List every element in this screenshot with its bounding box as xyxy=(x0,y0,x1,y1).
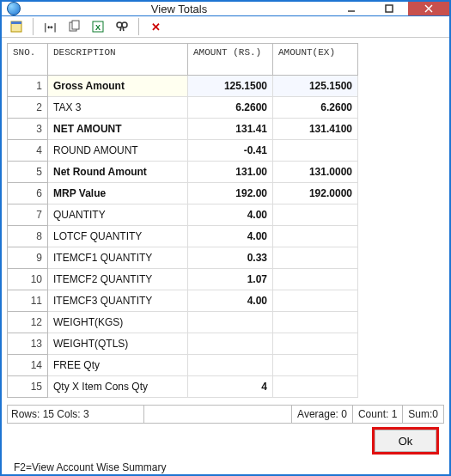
form-icon[interactable] xyxy=(5,16,27,37)
cell-amount-ex[interactable] xyxy=(273,376,358,398)
maximize-icon xyxy=(384,3,394,14)
cell-desc[interactable]: ITEMCF2 QUANTITY xyxy=(48,269,188,290)
footer: Rows: 15 Cols: 3 Average: 0 Count: 1 Sum… xyxy=(2,403,449,476)
cell-desc[interactable]: Net Round Amount xyxy=(48,162,188,183)
cell-amount[interactable]: 125.1500 xyxy=(188,76,273,97)
cell-amount-ex[interactable] xyxy=(273,226,358,247)
cell-desc[interactable]: QUANTITY xyxy=(48,204,188,226)
cell-amount[interactable]: -0.41 xyxy=(188,140,273,162)
table-row[interactable]: 3NET AMOUNT131.41131.4100 xyxy=(8,119,358,140)
cell-amount-ex[interactable] xyxy=(273,140,358,162)
cell-amount[interactable]: 131.00 xyxy=(188,162,273,183)
table-row[interactable]: 1Gross Amount125.1500125.1500 xyxy=(8,76,358,97)
cell-sno[interactable]: 10 xyxy=(8,269,48,290)
cell-sno[interactable]: 14 xyxy=(8,355,48,376)
cell-sno[interactable]: 13 xyxy=(8,333,48,355)
cell-amount[interactable]: 131.41 xyxy=(188,119,273,140)
cell-amount[interactable]: 0.33 xyxy=(188,247,273,269)
maximize-button[interactable] xyxy=(370,2,408,15)
cell-desc[interactable]: Qty X Item Cons Qty xyxy=(48,376,188,398)
cell-sno[interactable]: 6 xyxy=(8,183,48,204)
copy-icon[interactable] xyxy=(63,16,85,37)
cell-amount[interactable] xyxy=(188,333,273,355)
table-row[interactable]: 4ROUND AMOUNT-0.41 xyxy=(8,140,358,162)
table-row[interactable]: 8LOTCF QUANTITY4.00 xyxy=(8,226,358,247)
svg-point-10 xyxy=(117,22,122,27)
cell-desc[interactable]: FREE Qty xyxy=(48,355,188,376)
cell-amount-ex[interactable] xyxy=(273,333,358,355)
toolbar: |↔| X ✕ xyxy=(2,16,449,38)
cell-sno[interactable]: 15 xyxy=(8,376,48,398)
cell-desc[interactable]: ROUND AMOUNT xyxy=(48,140,188,162)
table-row[interactable]: 12WEIGHT(KGS) xyxy=(8,312,358,333)
cell-amount-ex[interactable] xyxy=(273,290,358,312)
table-row[interactable]: 13WEIGHT(QTLS) xyxy=(8,333,358,355)
cell-amount[interactable]: 4.00 xyxy=(188,290,273,312)
cell-desc[interactable]: WEIGHT(KGS) xyxy=(48,312,188,333)
cell-amount[interactable]: 6.2600 xyxy=(188,97,273,119)
col-header-amt[interactable]: AMOUNT (RS.) xyxy=(188,44,273,76)
cell-desc[interactable]: ITEMCF1 QUANTITY xyxy=(48,247,188,269)
cell-amount[interactable]: 192.00 xyxy=(188,183,273,204)
cell-amount-ex[interactable] xyxy=(273,355,358,376)
cell-sno[interactable]: 11 xyxy=(8,290,48,312)
cell-sno[interactable]: 5 xyxy=(8,162,48,183)
table-row[interactable]: 14FREE Qty xyxy=(8,355,358,376)
cell-sno[interactable]: 4 xyxy=(8,140,48,162)
delete-icon[interactable]: ✕ xyxy=(144,16,167,37)
width-icon[interactable]: |↔| xyxy=(39,16,61,37)
table-row[interactable]: 2TAX 36.26006.2600 xyxy=(8,97,358,119)
table-row[interactable]: 10ITEMCF2 QUANTITY1.07 xyxy=(8,269,358,290)
table-row[interactable]: 6MRP Value192.00192.0000 xyxy=(8,183,358,204)
cell-sno[interactable]: 12 xyxy=(8,312,48,333)
svg-rect-1 xyxy=(386,5,393,12)
svg-rect-5 xyxy=(11,21,21,24)
table-row[interactable]: 9ITEMCF1 QUANTITY0.33 xyxy=(8,247,358,269)
cell-amount-ex[interactable] xyxy=(273,269,358,290)
cell-amount-ex[interactable] xyxy=(273,312,358,333)
cell-sno[interactable]: 1 xyxy=(8,76,48,97)
table-row[interactable]: 5Net Round Amount131.00131.0000 xyxy=(8,162,358,183)
cell-amount[interactable] xyxy=(188,312,273,333)
cell-amount[interactable]: 4.00 xyxy=(188,204,273,226)
excel-icon[interactable]: X xyxy=(87,16,109,37)
minimize-button[interactable] xyxy=(332,2,370,15)
cell-amount[interactable]: 4.00 xyxy=(188,226,273,247)
cell-amount-ex[interactable]: 131.0000 xyxy=(273,162,358,183)
table-row[interactable]: 7QUANTITY4.00 xyxy=(8,204,358,226)
col-header-desc[interactable]: DESCRIPTION xyxy=(48,44,188,76)
table-row[interactable]: 11ITEMCF3 QUANTITY4.00 xyxy=(8,290,358,312)
cell-sno[interactable]: 7 xyxy=(8,204,48,226)
cell-amount-ex[interactable]: 6.2600 xyxy=(273,97,358,119)
cell-desc[interactable]: Gross Amount xyxy=(48,76,188,97)
find-icon[interactable] xyxy=(111,16,133,37)
cell-desc[interactable]: MRP Value xyxy=(48,183,188,204)
cell-amount-ex[interactable] xyxy=(273,204,358,226)
table-row[interactable]: 15Qty X Item Cons Qty4 xyxy=(8,376,358,398)
status-sum: Sum:0 xyxy=(402,406,444,423)
cell-sno[interactable]: 9 xyxy=(8,247,48,269)
cell-desc[interactable]: TAX 3 xyxy=(48,97,188,119)
cell-desc[interactable]: WEIGHT(QTLS) xyxy=(48,333,188,355)
cell-amount[interactable]: 4 xyxy=(188,376,273,398)
window-title: View Totals xyxy=(26,2,332,15)
col-header-sno[interactable]: SNO. xyxy=(8,44,48,76)
cell-amount[interactable] xyxy=(188,355,273,376)
status-rows-cols: Rows: 15 Cols: 3 xyxy=(7,406,144,423)
cell-desc[interactable]: LOTCF QUANTITY xyxy=(48,226,188,247)
cell-sno[interactable]: 2 xyxy=(8,97,48,119)
data-grid[interactable]: SNO. DESCRIPTION AMOUNT (RS.) AMOUNT(EX)… xyxy=(7,43,358,398)
col-header-amtex[interactable]: AMOUNT(EX) xyxy=(273,44,358,76)
close-button[interactable] xyxy=(408,2,449,15)
cell-sno[interactable]: 8 xyxy=(8,226,48,247)
cell-amount-ex[interactable]: 125.1500 xyxy=(273,76,358,97)
cell-amount-ex[interactable]: 192.0000 xyxy=(273,183,358,204)
cell-amount[interactable]: 1.07 xyxy=(188,269,273,290)
status-count: Count: 1 xyxy=(352,406,402,423)
cell-amount-ex[interactable]: 131.4100 xyxy=(273,119,358,140)
cell-desc[interactable]: ITEMCF3 QUANTITY xyxy=(48,290,188,312)
ok-button[interactable]: Ok xyxy=(372,427,439,455)
cell-desc[interactable]: NET AMOUNT xyxy=(48,119,188,140)
cell-sno[interactable]: 3 xyxy=(8,119,48,140)
cell-amount-ex[interactable] xyxy=(273,247,358,269)
